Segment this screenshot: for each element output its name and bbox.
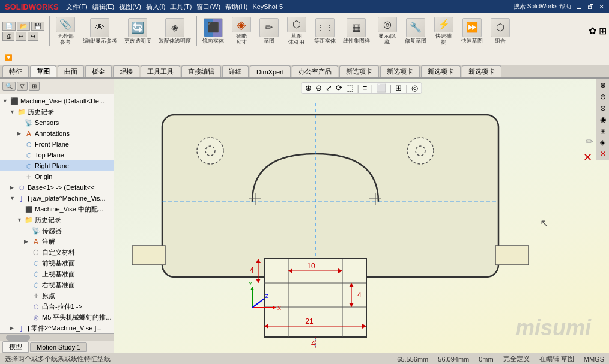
window-minimize[interactable]: 🗕 — [576, 3, 583, 10]
tree-filter-btn[interactable]: ▽ — [17, 82, 28, 91]
rt-btn4[interactable]: ◉ — [599, 114, 607, 125]
mirror-solid-btn[interactable]: ⬛ 镜向实体 — [199, 15, 227, 47]
rt-btn2[interactable]: ⊖ — [599, 91, 607, 102]
open-button[interactable]: 📂 — [17, 22, 30, 31]
menu-view[interactable]: 视图(V) — [119, 2, 141, 11]
menu-keyshot[interactable]: KeyShot 5 — [252, 3, 283, 10]
view-lighting[interactable]: ◎ — [410, 83, 419, 93]
quick-sketch-label: 快速草图 — [461, 38, 483, 44]
tree-item-boss-extrude[interactable]: ⬡ 凸台-拉伸1 -> — [0, 301, 114, 312]
window-close[interactable]: ✕ — [599, 3, 604, 11]
tree-search-btn[interactable]: 🔍 — [2, 82, 16, 91]
menu-insert[interactable]: 插入(I) — [146, 2, 165, 11]
tree-item-origin[interactable]: ✛ Origin — [0, 171, 114, 182]
view-filter[interactable]: ⊞ — [394, 83, 403, 93]
view-shading[interactable]: ⬜ — [375, 83, 387, 93]
tab-new4[interactable]: 新选项卡 — [462, 65, 501, 77]
offset-entity-btn[interactable]: ⋮⋮ 等距实体 — [311, 15, 339, 47]
print-button[interactable]: 🖨 — [2, 32, 14, 41]
right-icon2[interactable]: ⊞ — [599, 25, 607, 37]
tree-item-base1[interactable]: ▶ ⬡ Base<1> -> (Default<< — [0, 182, 114, 193]
show-hide-btn[interactable]: ◎ 显示/隐藏 — [374, 15, 401, 47]
sketch-filter-icon[interactable]: 🔽 — [2, 54, 14, 61]
tree-item-front-plane[interactable]: ⬡ Front Plane — [0, 139, 114, 150]
sketch-tool-btn[interactable]: ✏ 草图 — [256, 15, 282, 47]
left-tab-model[interactable]: 模型 — [2, 341, 29, 353]
edit-show-btn[interactable]: 👁 编辑/显示参考 — [80, 15, 120, 47]
tree-label-root: Machine_Vise (Default<De... — [20, 97, 105, 105]
tab-sketch[interactable]: 草图 — [30, 65, 56, 77]
view-zoom-in[interactable]: ⊕ — [304, 83, 313, 93]
tree-item-jaw-right[interactable]: ⬡ 右视基准面 — [0, 279, 114, 290]
view-display[interactable]: ≡ — [362, 83, 369, 93]
rt-btn5[interactable]: ⊞ — [599, 126, 607, 136]
assembly-transparency-btn[interactable]: ◈ 装配体透明度 — [156, 15, 194, 47]
redo-button[interactable]: ↪ — [28, 32, 38, 41]
view-fit[interactable]: ⤢ — [324, 83, 333, 93]
tree-expand-btn[interactable]: ⊞ — [29, 82, 40, 91]
right-icon1[interactable]: ✿ — [589, 25, 596, 37]
menu-bar: SOLIDWORKS 文件(F) 编辑(E) 视图(V) 插入(I) 工具(T)… — [0, 0, 609, 13]
view-zoom-out[interactable]: ⊖ — [314, 83, 323, 93]
tree-item-sensors[interactable]: 📡 Sensors — [0, 117, 114, 128]
rt-btn3[interactable]: ⊙ — [599, 103, 607, 114]
rt-btn1[interactable]: ⊕ — [599, 80, 607, 91]
tab-new3[interactable]: 新选项卡 — [421, 65, 461, 77]
tree-item-right-plane[interactable]: ⬡ Right Plane — [0, 160, 114, 171]
repair-sketch-btn[interactable]: 🔧 修复草图 — [402, 15, 429, 47]
menu-edit[interactable]: 编辑(E) — [92, 2, 115, 11]
undo-button[interactable]: ↩ — [16, 32, 26, 41]
combine-btn[interactable]: ⬡ 组合 — [487, 15, 514, 47]
tab-dimxpert[interactable]: DimXpert — [250, 65, 291, 77]
menu-help[interactable]: 帮助(H) — [225, 2, 247, 11]
menu-tools[interactable]: 工具(T) — [170, 2, 192, 11]
tree-item-jaw-origin[interactable]: ✛ 原点 — [0, 290, 114, 301]
tab-new2[interactable]: 新选项卡 — [380, 65, 420, 77]
tree-label-annotations: Annotations — [35, 130, 70, 137]
view-rotate[interactable]: ⟳ — [335, 83, 344, 93]
sketch-ref-btn[interactable]: ⬡ 草图体引用 — [283, 15, 310, 47]
tab-tools[interactable]: 工具工具 — [141, 65, 180, 77]
quick-sketch-btn[interactable]: ⏩ 快速草图 — [458, 15, 486, 47]
tree-item-jaw-material[interactable]: ⬡ 自定义材料 — [0, 247, 114, 258]
search-box[interactable]: 搜索 SolidWorks 帮助 — [514, 2, 571, 11]
left-tab-motion[interactable]: Motion Study 1 — [30, 342, 87, 352]
tab-sheet-metal[interactable]: 板金 — [85, 65, 112, 77]
no-external-ref-btn[interactable]: 📎 无外部参考 — [52, 15, 79, 47]
save-button[interactable]: 💾 — [31, 22, 44, 31]
tab-feature[interactable]: 特征 — [2, 65, 29, 77]
tree-item-top-plane[interactable]: ⬡ Top Plane — [0, 150, 114, 160]
tree-item-root[interactable]: ▼ ⬛ Machine_Vise (Default<De... — [0, 96, 114, 106]
tree-scrollbar-h[interactable] — [0, 333, 114, 341]
tree-item-jaw-history[interactable]: ▼ 📁 历史记录 — [0, 214, 114, 225]
tab-detail[interactable]: 详细 — [222, 65, 249, 77]
view-box[interactable]: ⬚ — [345, 83, 354, 93]
tree-item-jaw-annot[interactable]: ▶ A 注解 — [0, 236, 114, 247]
window-maximize[interactable]: 🗗 — [587, 3, 594, 10]
tree-scroll-thumb[interactable] — [6, 335, 30, 341]
tree-item-jaw-plate[interactable]: ▼ ∫ ∫ jaw_plate^Machine_Vis... — [0, 193, 114, 204]
tree-item-jaw-vise[interactable]: ⬛ Machine_Vise 中的配... — [0, 204, 114, 214]
tree-item-component2[interactable]: ▶ ∫ ∫ 零件2^Machine_Vise ]... — [0, 323, 114, 333]
new-button[interactable]: 📄 — [2, 22, 16, 31]
tree-item-jaw-top[interactable]: ⬡ 上视基准面 — [0, 268, 114, 279]
tab-office[interactable]: 办公室产品 — [292, 65, 338, 77]
rt-btn6[interactable]: ◈ — [599, 137, 607, 148]
menu-window[interactable]: 窗口(W) — [196, 2, 220, 11]
tree-item-jaw-front[interactable]: ⬡ 前视基准面 — [0, 258, 114, 268]
tree-item-m5-screw1[interactable]: ◎ M5 平头机械螺钉的推... — [0, 312, 114, 323]
change-transparency-btn[interactable]: 🔄 更改透明度 — [121, 15, 154, 47]
tree-item-annotations[interactable]: ▶ A Annotations — [0, 128, 114, 139]
menu-file[interactable]: 文件(F) — [66, 2, 88, 11]
smart-dim-btn[interactable]: ◈ 智能尺寸 — [228, 15, 255, 47]
tree-item-history[interactable]: ▼ 📁 历史记录 — [0, 106, 114, 117]
linear-pattern-btn[interactable]: ▦ 线性集图样 — [340, 15, 373, 47]
tab-new1[interactable]: 新选项卡 — [339, 65, 379, 77]
close-sketch-icon[interactable]: ✕ — [583, 151, 592, 164]
quick-snap-btn[interactable]: ⚡ 快速捕捉 — [431, 15, 457, 47]
tab-surface[interactable]: 曲面 — [58, 65, 84, 77]
tree-item-jaw-sensor[interactable]: 📡 传感器 — [0, 225, 114, 236]
tab-direct-edit[interactable]: 直接编辑 — [181, 65, 221, 77]
tab-weld[interactable]: 焊接 — [113, 65, 139, 77]
rt-btn7[interactable]: ✕ — [599, 148, 607, 159]
